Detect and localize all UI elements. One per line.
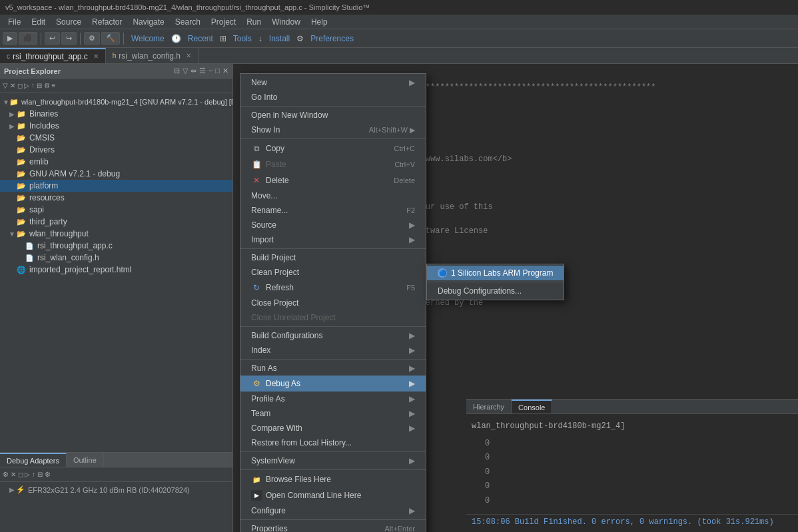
ctx-source[interactable]: Source ▶ bbox=[240, 218, 426, 232]
ctx-new[interactable]: New ▶ bbox=[240, 75, 426, 90]
tree-project-root[interactable]: ▼ 📁 wlan_throughput-brd4180b-mg21_4 [GNU… bbox=[0, 96, 232, 108]
minimize-icon[interactable]: − bbox=[208, 67, 212, 75]
outline-tab[interactable]: Outline bbox=[67, 453, 104, 467]
toolbar-recent[interactable]: Recent bbox=[184, 33, 217, 45]
tree-container[interactable]: ▼ 📁 wlan_throughput-brd4180b-mg21_4 [GNU… bbox=[0, 93, 232, 452]
tree-sapi[interactable]: 📂 sapi bbox=[0, 204, 232, 216]
ctx-profile-as[interactable]: Profile As ▶ bbox=[240, 392, 426, 406]
tab-close-2[interactable]: ✕ bbox=[186, 52, 191, 59]
console-tab[interactable]: Console bbox=[512, 399, 552, 413]
close-icon[interactable]: ✕ bbox=[222, 67, 228, 75]
toolbar-btn-3[interactable]: ↩ bbox=[45, 32, 60, 45]
toolbar-btn-4[interactable]: ↪ bbox=[61, 32, 77, 45]
debug-adapter-arrow: ▶ bbox=[8, 486, 16, 493]
toolbar-btn-1[interactable]: ▶ bbox=[3, 32, 17, 45]
ctx-team[interactable]: Team ▶ bbox=[240, 406, 426, 421]
ctx-close-project[interactable]: Close Project bbox=[240, 296, 426, 310]
console-line-3: 0 bbox=[472, 465, 793, 480]
toolbar-preferences[interactable]: Preferences bbox=[306, 33, 358, 45]
tree-arrow-bin: ▶ bbox=[8, 111, 16, 118]
ctx-open-cmd[interactable]: ▶ Open Command Line Here bbox=[240, 487, 426, 503]
ctx-configure[interactable]: Configure ▶ bbox=[240, 503, 426, 518]
console-line-1: 0 bbox=[472, 437, 793, 451]
submenu-silicon-labs[interactable]: 🔵 1 Silicon Labs ARM Program bbox=[427, 266, 564, 280]
hierarchy-tab[interactable]: Hierarchy bbox=[466, 399, 512, 413]
tree-platform[interactable]: 📂 platform bbox=[0, 180, 232, 192]
ctx-systemview-left: SystemView bbox=[251, 456, 295, 465]
ctx-delete[interactable]: ✕ Delete Delete bbox=[240, 172, 426, 188]
menu-run[interactable]: Run bbox=[241, 16, 266, 28]
ctx-build-project[interactable]: Build Project bbox=[240, 250, 426, 265]
link-icon[interactable]: ⇔ bbox=[191, 67, 197, 75]
ctx-index[interactable]: Index ▶ bbox=[240, 343, 426, 358]
ctx-properties[interactable]: Properties Alt+Enter bbox=[240, 521, 426, 532]
ctx-delete-shortcut: Delete bbox=[394, 176, 415, 184]
ctx-copy[interactable]: ⧉ Copy Ctrl+C bbox=[240, 140, 426, 156]
tree-emlib[interactable]: 📂 emlib bbox=[0, 156, 232, 168]
hierarchy-label: Hierarchy bbox=[473, 403, 504, 411]
menu-window[interactable]: Window bbox=[266, 16, 306, 28]
ctx-refresh[interactable]: ↻ Refresh F5 bbox=[240, 280, 426, 296]
ctx-show-in[interactable]: Show In Alt+Shift+W ▶ bbox=[240, 123, 426, 137]
toolbar-btn-5[interactable]: ⚙ bbox=[84, 32, 100, 45]
ctx-import[interactable]: Import ▶ bbox=[240, 232, 426, 247]
ctx-go-into[interactable]: Go Into bbox=[240, 90, 426, 105]
tree-cmsis[interactable]: 📂 CMSIS bbox=[0, 132, 232, 144]
ctx-clean-project[interactable]: Clean Project bbox=[240, 265, 426, 280]
debug-adapters-tab[interactable]: Debug Adapters bbox=[0, 453, 67, 467]
tree-rsi-config-h[interactable]: 📄 rsi_wlan_config.h bbox=[0, 252, 232, 264]
debug-adapter-item[interactable]: ▶ ⚡ EFR32xG21 2.4 GHz 10 dBm RB (ID:4402… bbox=[5, 485, 227, 495]
ctx-systemview[interactable]: SystemView ▶ bbox=[240, 453, 426, 468]
tree-third-party[interactable]: 📂 third_party bbox=[0, 216, 232, 228]
tree-binaries[interactable]: ▶ 📁 Binaries bbox=[0, 108, 232, 120]
menu-help[interactable]: Help bbox=[306, 16, 333, 28]
tree-resources[interactable]: 📂 resources bbox=[0, 192, 232, 204]
tree-gnu-arm[interactable]: 📂 GNU ARM v7.2.1 - debug bbox=[0, 168, 232, 180]
ctx-open-new-window[interactable]: Open in New Window bbox=[240, 108, 426, 123]
ctx-move[interactable]: Move... bbox=[240, 188, 426, 203]
console-line-4: 0 bbox=[472, 479, 793, 494]
toolbar-install[interactable]: Install bbox=[265, 33, 294, 45]
menu-search[interactable]: Search bbox=[170, 16, 206, 28]
toolbar-welcome[interactable]: Welcome bbox=[127, 33, 169, 45]
wlan-throughput-icon: 📂 bbox=[16, 228, 27, 239]
debug-adapters-label: Debug Adapters bbox=[7, 457, 59, 465]
toolbar-btn-2[interactable]: ⬛ bbox=[19, 32, 37, 45]
html-file-icon: 🌐 bbox=[16, 264, 27, 275]
filter-icon[interactable]: ▽ bbox=[183, 67, 188, 75]
menu-navigate[interactable]: Navigate bbox=[127, 16, 169, 28]
ctx-restore-local[interactable]: Restore from Local History... bbox=[240, 435, 426, 450]
tree-wlan-throughput[interactable]: ▼ 📂 wlan_throughput bbox=[0, 228, 232, 240]
collapse-icon[interactable]: ⊟ bbox=[174, 67, 180, 75]
tree-label-html: imported_project_report.html bbox=[29, 265, 131, 274]
ctx-rename[interactable]: Rename... F2 bbox=[240, 203, 426, 218]
ctx-browse-files-label: Browse Files Here bbox=[266, 475, 331, 484]
tree-includes[interactable]: ▶ 📁 Includes bbox=[0, 120, 232, 132]
ctx-browse-files[interactable]: 📁 Browse Files Here bbox=[240, 471, 426, 487]
ctx-compare-with[interactable]: Compare With ▶ bbox=[240, 421, 426, 435]
toolbar-clock-icon: 🕐 bbox=[170, 33, 183, 45]
menu-source[interactable]: Source bbox=[51, 16, 87, 28]
menu-refactor[interactable]: Refactor bbox=[87, 16, 127, 28]
tab-close-1[interactable]: ✕ bbox=[93, 53, 99, 60]
toolbar-btn-6[interactable]: 🔨 bbox=[101, 32, 120, 45]
browse-files-icon: 📁 bbox=[251, 474, 262, 485]
tab-throughput-app[interactable]: c rsi_throughput_app.c ✕ bbox=[0, 48, 106, 63]
ctx-run-as[interactable]: Run As ▶ bbox=[240, 361, 426, 376]
tab-wlan-config[interactable]: h rsi_wlan_config.h ✕ bbox=[106, 48, 199, 63]
tree-drivers[interactable]: 📂 Drivers bbox=[0, 144, 232, 156]
menu-project[interactable]: Project bbox=[206, 16, 241, 28]
menu-icon[interactable]: ☰ bbox=[199, 67, 206, 75]
ctx-debug-as[interactable]: ⚙ Debug As ▶ bbox=[240, 376, 426, 392]
menu-edit[interactable]: Edit bbox=[26, 16, 51, 28]
tree-label-rsi-app: rsi_throughput_app.c bbox=[37, 241, 113, 250]
toolbar-tools[interactable]: Tools bbox=[229, 33, 256, 45]
ctx-build-configs[interactable]: Build Configurations ▶ bbox=[240, 328, 426, 343]
maximize-icon[interactable]: □ bbox=[215, 67, 220, 75]
ctx-show-in-left: Show In bbox=[251, 125, 280, 134]
cmd-icon: ▶ bbox=[251, 490, 262, 501]
menu-file[interactable]: File bbox=[3, 16, 26, 28]
tree-html-report[interactable]: 🌐 imported_project_report.html bbox=[0, 264, 232, 276]
tree-rsi-app-c[interactable]: 📄 rsi_throughput_app.c bbox=[0, 240, 232, 252]
submenu-debug-configs[interactable]: Debug Configurations... bbox=[427, 284, 564, 298]
